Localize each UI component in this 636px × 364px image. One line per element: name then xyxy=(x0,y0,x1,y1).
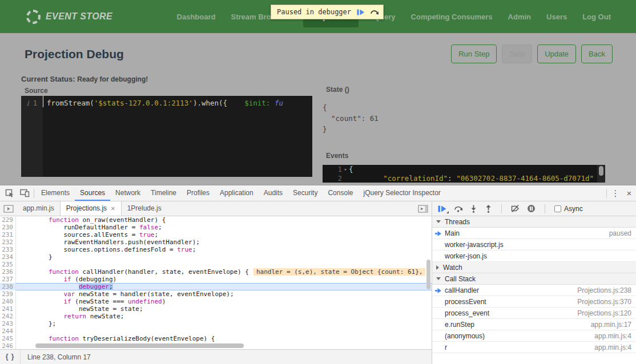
eventstore-logo[interactable]: EVENT STORE xyxy=(26,10,112,24)
step-out-button[interactable] xyxy=(485,205,492,213)
async-checkbox[interactable] xyxy=(554,205,561,212)
code-token: runDefaultHandler = xyxy=(18,224,139,231)
tab-console[interactable]: Console xyxy=(323,185,358,201)
nav-item-competing-consumers[interactable]: Competing Consumers xyxy=(411,13,493,21)
pause-on-exceptions-button[interactable] xyxy=(527,204,536,213)
frame-location: Projections.js:238 xyxy=(577,286,636,294)
collapse-icon xyxy=(436,277,441,280)
code-token: if xyxy=(63,276,71,283)
file-tab-1prelude-js[interactable]: 1Prelude.js xyxy=(122,201,167,216)
call-stack-frame-e-runstep[interactable]: e.runStepapp.min.js:17 xyxy=(432,319,636,330)
navigator-toggle-icon[interactable] xyxy=(0,201,17,216)
code-token xyxy=(18,268,49,276)
debugger-panel-toggle-icon[interactable] xyxy=(414,201,432,216)
line-number[interactable]: 235 xyxy=(0,261,16,268)
code-line-240: 240 if (newState === undefined) xyxy=(0,298,432,305)
code-line-242: 242 return newState; xyxy=(0,313,432,320)
update-button[interactable]: Update xyxy=(537,45,576,63)
call-stack-frame-processevent[interactable]: processEventProjections.js:370 xyxy=(432,296,636,308)
async-toggle[interactable]: Async xyxy=(554,205,583,213)
sources-editor-pane: app.min.jsProjections.js×1Prelude.js 229… xyxy=(0,201,432,364)
events-scrollbar-thumb[interactable] xyxy=(599,166,603,176)
deactivate-breakpoints-button[interactable] xyxy=(511,205,520,212)
back-button[interactable]: Back xyxy=(581,45,613,63)
step-over-button[interactable] xyxy=(454,205,462,212)
tab-timeline[interactable]: Timeline xyxy=(146,185,182,201)
step-into-button[interactable] xyxy=(470,205,477,213)
code-line-text: function callHandler(handler, state, eve… xyxy=(16,268,432,276)
line-number[interactable]: 245 xyxy=(0,335,16,342)
line-number[interactable]: 231 xyxy=(0,231,16,238)
code-line-text: } xyxy=(16,253,432,261)
resume-script-button[interactable] xyxy=(357,9,364,15)
line-number[interactable]: 243 xyxy=(0,320,16,327)
call-stack-frame-callhandler[interactable]: callHandlerProjections.js:238 xyxy=(432,285,636,296)
line-number[interactable]: 238 xyxy=(0,283,16,290)
call-stack-frame-clipped[interactable] xyxy=(432,353,636,364)
divider xyxy=(34,189,34,198)
line-number[interactable]: 233 xyxy=(0,246,16,253)
frame-location: app.min.js:17 xyxy=(591,321,636,329)
line-number[interactable]: 234 xyxy=(0,253,16,261)
line-number[interactable]: 246 xyxy=(0,342,16,349)
source-code-view[interactable]: 229 function on_raw(eventHandler) {230 r… xyxy=(0,216,432,349)
call-stack-section-header[interactable]: Call Stack xyxy=(432,273,636,285)
line-number[interactable]: 229 xyxy=(0,216,16,224)
code-token: fromStream( xyxy=(47,99,94,107)
stop-button[interactable]: Stop xyxy=(502,45,532,63)
nav-item-log-out[interactable]: Log Out xyxy=(582,13,611,21)
inspect-element-icon[interactable] xyxy=(2,185,17,201)
file-tab-app-min-js[interactable]: app.min.js xyxy=(17,201,60,216)
watch-section-header[interactable]: Watch xyxy=(432,262,636,273)
nav-item-admin[interactable]: Admin xyxy=(508,13,531,21)
devtools-close-icon[interactable]: × xyxy=(622,188,636,198)
step-over-button-banner[interactable] xyxy=(370,9,379,15)
events-scrollbar[interactable] xyxy=(597,165,605,183)
line-number[interactable]: 237 xyxy=(0,276,16,283)
fold-spacer xyxy=(342,174,349,183)
threads-section-header[interactable]: Threads xyxy=(432,216,636,228)
thread-row-main[interactable]: Mainpaused xyxy=(432,228,636,239)
line-number[interactable]: 239 xyxy=(0,290,16,298)
devtools-menu-icon[interactable]: ⋮ xyxy=(609,188,622,199)
thread-row-worker-javascript-js[interactable]: worker-javascript.js xyxy=(432,239,636,250)
tab-elements[interactable]: Elements xyxy=(36,185,75,201)
thread-row-worker-json-js[interactable]: worker-json.js xyxy=(432,250,636,262)
line-number[interactable]: 240 xyxy=(0,298,16,305)
file-tab-projections-js[interactable]: Projections.js× xyxy=(60,201,122,216)
fold-arrow-icon[interactable]: ▾ xyxy=(342,165,349,174)
line-number[interactable]: 242 xyxy=(0,313,16,320)
devtools-main: app.min.jsProjections.js×1Prelude.js 229… xyxy=(0,201,636,364)
code-line-246: 246 xyxy=(0,342,432,349)
devtools-panel: ElementsSourcesNetworkTimelineProfilesAp… xyxy=(0,185,636,364)
line-number[interactable]: 241 xyxy=(0,305,16,313)
code-line-text: function tryDeserializeBody(eventEnvelop… xyxy=(16,335,432,342)
vertical-scrollbar-thumb[interactable] xyxy=(426,260,430,289)
horizontal-scrollbar-thumb[interactable] xyxy=(35,343,244,348)
events-editor[interactable]: 1▾{2 "correlationId": "06302702-8837-416… xyxy=(323,165,605,183)
tab-application[interactable]: Application xyxy=(215,185,259,201)
call-stack-frame-process-event[interactable]: process_eventProjections.js:120 xyxy=(432,308,636,319)
tab-security[interactable]: Security xyxy=(288,185,323,201)
close-file-tab-icon[interactable]: × xyxy=(111,201,115,216)
call-stack-frame-r[interactable]: rapp.min.js:4 xyxy=(432,342,636,353)
section-title: Threads xyxy=(445,218,470,226)
resume-button[interactable] xyxy=(438,205,446,212)
call-stack-frame-anonymous[interactable]: (anonymous)app.min.js:4 xyxy=(432,330,636,342)
run-step-button[interactable]: Run Step xyxy=(451,45,497,63)
tab-network[interactable]: Network xyxy=(110,185,146,201)
device-toolbar-icon[interactable] xyxy=(17,185,32,201)
nav-item-users[interactable]: Users xyxy=(546,13,567,21)
tab-sources[interactable]: Sources xyxy=(75,185,110,201)
tab-jquery-selector-inspector[interactable]: jQuery Selector Inspector xyxy=(358,185,445,201)
pretty-print-icon[interactable]: { } xyxy=(0,350,21,364)
line-number[interactable]: 230 xyxy=(0,224,16,231)
tab-profiles[interactable]: Profiles xyxy=(182,185,215,201)
line-number[interactable]: 236 xyxy=(0,268,16,276)
line-number[interactable]: 232 xyxy=(0,238,16,246)
line-number[interactable]: 244 xyxy=(0,327,16,335)
projection-source-editor[interactable]: i 1 fromStream('$stats-127.0.0.1:2113').… xyxy=(21,96,312,177)
tab-audits[interactable]: Audits xyxy=(259,185,288,201)
nav-item-dashboard[interactable]: Dashboard xyxy=(177,13,216,21)
code-token: function xyxy=(49,216,79,224)
